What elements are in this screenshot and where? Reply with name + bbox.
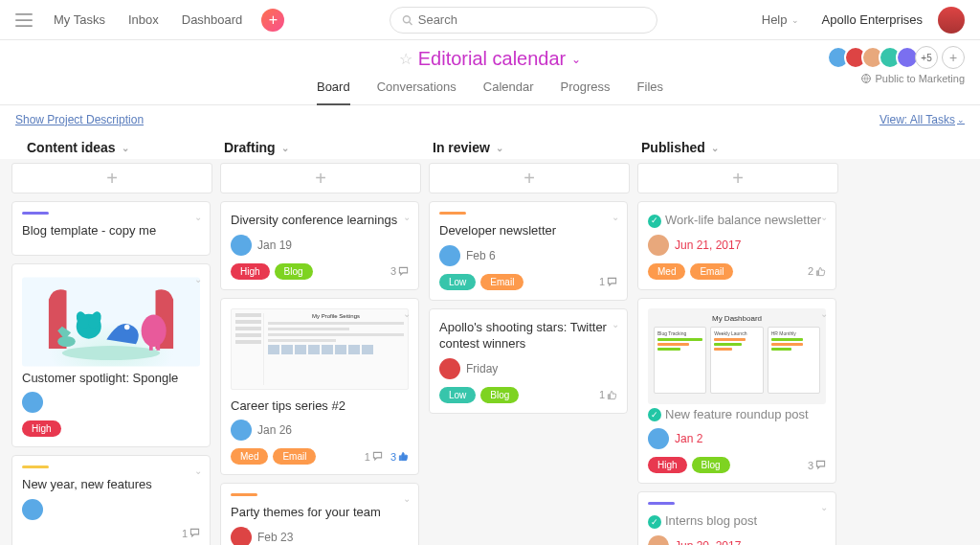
nav-my-tasks[interactable]: My Tasks <box>54 12 105 27</box>
card[interactable]: ⌄Apollo's shooting stars: Twitter contes… <box>429 308 628 414</box>
tab-board[interactable]: Board <box>317 79 350 105</box>
search-wrap <box>292 7 753 34</box>
tab-files[interactable]: Files <box>637 79 663 104</box>
assignee-avatar[interactable] <box>648 428 669 449</box>
card[interactable]: ⌄Diversity conference learningsJan 19Hig… <box>220 201 419 290</box>
assignee-avatar[interactable] <box>439 245 460 266</box>
chevron-down-icon[interactable]: ⌄ <box>820 502 828 512</box>
search-input-wrap[interactable] <box>390 7 657 34</box>
global-add-button[interactable]: + <box>261 9 284 32</box>
card-image <box>22 274 200 370</box>
assignee-avatar[interactable] <box>22 499 43 520</box>
card-list: ⌄Blog template - copy me⌄Customer spotli… <box>11 201 212 545</box>
add-card-button[interactable]: + <box>11 163 212 193</box>
card-image: My Profile Settings <box>231 308 409 390</box>
column-header[interactable]: Published⌄ <box>637 134 838 163</box>
tag[interactable]: High <box>648 457 687 473</box>
assignee-avatar[interactable] <box>231 420 252 441</box>
comment-count[interactable]: 3 <box>390 265 409 277</box>
tab-conversations[interactable]: Conversations <box>377 79 457 104</box>
tag[interactable]: Blog <box>275 263 313 280</box>
card[interactable]: ⌄Blog template - copy me <box>11 201 211 256</box>
tag[interactable]: Email <box>273 448 316 465</box>
assignee-avatar[interactable] <box>22 392 43 413</box>
card[interactable]: ⌄✓Work-life balance newsletterJun 21, 20… <box>637 201 836 290</box>
chevron-down-icon[interactable]: ⌄ <box>496 143 503 153</box>
tag[interactable]: Blog <box>692 457 730 473</box>
svg-point-0 <box>403 15 410 22</box>
nav-inbox[interactable]: Inbox <box>128 12 159 27</box>
chevron-down-icon[interactable]: ⌄ <box>711 143 719 153</box>
chevron-down-icon[interactable]: ⌄ <box>403 493 411 504</box>
tab-progress[interactable]: Progress <box>561 79 611 104</box>
assignee-avatar[interactable] <box>648 235 669 256</box>
add-column-button[interactable]: + Add column <box>846 134 949 545</box>
project-title[interactable]: ☆ Editorial calendar ⌄ <box>399 48 582 70</box>
chevron-down-icon[interactable]: ⌄ <box>122 143 129 153</box>
chevron-down-icon[interactable]: ⌄ <box>571 53 581 66</box>
tag[interactable]: High <box>231 263 270 280</box>
card[interactable]: ⌄New year, new features1 <box>11 455 211 545</box>
like-count[interactable]: 3 <box>390 451 409 463</box>
chevron-down-icon[interactable]: ⌄ <box>403 308 411 319</box>
chevron-down-icon[interactable]: ⌄ <box>820 308 828 319</box>
card[interactable]: ⌄My DashboardBlog TrackingWeekly LaunchH… <box>637 298 836 485</box>
member-overflow[interactable]: +5 <box>915 46 938 69</box>
column-header[interactable]: In review⌄ <box>429 134 630 163</box>
card[interactable]: ⌄My Profile SettingsCareer tips series #… <box>220 298 419 476</box>
tag[interactable]: Blog <box>480 387 519 403</box>
card-tags: MedEmail <box>231 448 316 465</box>
card-date: Friday <box>466 362 498 375</box>
chevron-down-icon[interactable]: ⌄ <box>612 212 619 222</box>
view-filter[interactable]: View: All Tasks⌄ <box>880 113 965 126</box>
tag[interactable]: Email <box>480 274 523 290</box>
tag[interactable]: High <box>22 420 61 437</box>
card[interactable]: ⌄Developer newsletterFeb 6LowEmail1 <box>429 201 628 301</box>
chevron-down-icon[interactable]: ⌄ <box>612 319 619 329</box>
tag[interactable]: Low <box>439 274 476 290</box>
chevron-down-icon[interactable]: ⌄ <box>403 212 411 222</box>
tag[interactable]: Low <box>439 387 476 403</box>
add-card-button[interactable]: + <box>220 163 421 193</box>
project-privacy[interactable]: Public to Marketing <box>861 73 965 84</box>
comment-count[interactable]: 1 <box>365 451 383 463</box>
add-card-button[interactable]: + <box>429 163 630 193</box>
tag[interactable]: Med <box>648 263 685 280</box>
search-input[interactable] <box>418 12 645 27</box>
assignee-avatar[interactable] <box>648 535 669 545</box>
tab-calendar[interactable]: Calendar <box>483 79 534 104</box>
help-menu[interactable]: Help⌄ <box>762 12 799 27</box>
chevron-down-icon[interactable]: ⌄ <box>194 212 202 222</box>
project-members[interactable]: +5 + <box>833 46 965 69</box>
show-description-link[interactable]: Show Project Description <box>15 113 144 126</box>
column-header[interactable]: Content ideas⌄ <box>11 134 212 163</box>
add-member-button[interactable]: + <box>942 46 965 69</box>
card[interactable]: ⌄✓Interns blog postJun 30, 2017MedBlog <box>637 491 836 545</box>
menu-icon[interactable] <box>15 13 34 27</box>
comment-count[interactable]: 3 <box>808 460 826 471</box>
comment-count[interactable]: 1 <box>599 276 617 287</box>
chevron-down-icon[interactable]: ⌄ <box>194 274 202 284</box>
tag[interactable]: Med <box>231 448 268 465</box>
chevron-down-icon[interactable]: ⌄ <box>820 212 828 222</box>
like-count[interactable]: 2 <box>808 265 826 277</box>
assignee-avatar[interactable] <box>231 235 252 256</box>
column-title: In review <box>433 140 490 155</box>
card[interactable]: ⌄Customer spotlight: SpongleHigh <box>11 263 211 448</box>
like-count[interactable]: 1 <box>599 389 617 400</box>
chevron-down-icon[interactable]: ⌄ <box>281 143 289 153</box>
assignee-avatar[interactable] <box>231 527 252 545</box>
chevron-down-icon[interactable]: ⌄ <box>194 466 202 476</box>
card[interactable]: ⌄Party themes for your teamFeb 23MedBlog… <box>220 483 419 545</box>
add-card-button[interactable]: + <box>637 163 838 193</box>
nav-dashboard[interactable]: Dashboard <box>182 12 243 27</box>
comment-count[interactable]: 1 <box>182 528 200 539</box>
org-name[interactable]: Apollo Enterprises <box>822 12 924 27</box>
star-icon[interactable]: ☆ <box>399 50 412 68</box>
assignee-avatar[interactable] <box>439 358 460 379</box>
column-header[interactable]: Drafting⌄ <box>220 134 421 163</box>
card-title: Diversity conference learnings <box>231 212 409 229</box>
board: Content ideas⌄+⌄Blog template - copy me⌄… <box>0 130 980 545</box>
user-avatar[interactable] <box>938 7 965 34</box>
tag[interactable]: Email <box>690 263 733 280</box>
